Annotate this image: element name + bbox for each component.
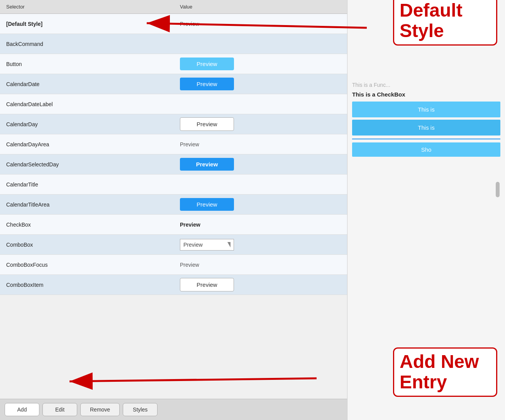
table-row[interactable]: ComboBoxItem Preview: [0, 275, 347, 295]
calendar-date-preview[interactable]: Preview: [180, 78, 234, 90]
annotation-line2: Style: [400, 21, 491, 41]
calendar-day-area-preview: Preview: [180, 141, 199, 147]
selector-cell: Button: [0, 58, 174, 70]
right-panel: Default Style Add New Entry This is a Fu…: [347, 0, 505, 420]
table-row[interactable]: CalendarSelectedDay Preview: [0, 154, 347, 174]
value-cell: Preview: [174, 54, 347, 73]
table-row[interactable]: Button Preview: [0, 54, 347, 74]
annotation-bottom-line2: Entry: [400, 372, 491, 393]
value-cell: Preview: [174, 75, 347, 93]
selector-cell: CalendarTitle: [0, 178, 174, 191]
edit-button[interactable]: Edit: [42, 403, 77, 416]
calendar-day-preview[interactable]: Preview: [180, 117, 234, 131]
selector-cell: CalendarDayArea: [0, 138, 174, 151]
combobox-arrow-icon: [227, 242, 230, 247]
annotation-bottom-line1: Add New: [400, 352, 491, 372]
add-new-entry-annotation: Add New Entry: [393, 347, 497, 397]
checkbox-label: This is a CheckBox: [352, 91, 500, 98]
func-text: This is a Func...: [352, 82, 500, 88]
selector-cell: CheckBox: [0, 218, 174, 231]
combobox-focus-preview: Preview: [180, 262, 199, 268]
selector-cell: ComboBoxItem: [0, 279, 174, 291]
toolbar: Add Edit Remove Styles: [0, 399, 347, 420]
value-cell: Preview: [174, 195, 347, 214]
value-cell: Preview: [174, 138, 347, 151]
table-header: Selector Value: [0, 0, 347, 14]
calendar-selected-day-preview[interactable]: Preview: [180, 158, 234, 171]
selector-cell: BackCommand: [0, 38, 174, 50]
table-row[interactable]: CalendarTitle: [0, 174, 347, 195]
left-panel: Selector Value [Default Style] Preview B…: [0, 0, 347, 420]
preview-text: Preview: [180, 21, 199, 27]
selector-cell: CalendarSelectedDay: [0, 158, 174, 171]
value-cell: Preview: [174, 275, 347, 295]
scrollbar-thumb[interactable]: [496, 182, 500, 197]
checkbox-preview: Preview: [180, 222, 200, 228]
value-cell: Preview: [174, 236, 347, 254]
combobox-preview[interactable]: Preview: [180, 239, 234, 251]
preview-item-3: Sho: [352, 142, 500, 157]
selector-cell: ComboBoxFocus: [0, 259, 174, 271]
selector-column-header: Selector: [0, 2, 174, 11]
value-cell: Preview: [174, 218, 347, 231]
value-column-header: Value: [174, 2, 347, 11]
table-row[interactable]: CalendarDay Preview: [0, 114, 347, 134]
selector-cell: CalendarTitleArea: [0, 198, 174, 211]
value-cell: [174, 101, 347, 107]
value-cell: Preview: [174, 259, 347, 271]
value-cell: Preview: [174, 114, 347, 134]
calendar-title-area-preview[interactable]: Preview: [180, 198, 234, 211]
default-style-annotation: Default Style: [393, 0, 497, 46]
annotation-line1: Default: [400, 0, 491, 21]
table-row[interactable]: CalendarDate Preview: [0, 74, 347, 94]
table-row[interactable]: CalendarDateLabel: [0, 94, 347, 114]
table-row[interactable]: ComboBoxFocus Preview: [0, 255, 347, 275]
preview-item-1: This is: [352, 102, 500, 117]
value-cell: [174, 181, 347, 188]
table-row[interactable]: [Default Style] Preview: [0, 14, 347, 34]
preview-item-1-text: This is: [418, 106, 434, 113]
value-cell: [174, 41, 347, 47]
button-preview[interactable]: Preview: [180, 58, 234, 70]
table-row[interactable]: CalendarDayArea Preview: [0, 134, 347, 154]
divider: [352, 139, 500, 139]
combobox-item-preview[interactable]: Preview: [180, 278, 234, 291]
preview-item-2: This is: [352, 120, 500, 135]
table-row[interactable]: BackCommand: [0, 34, 347, 54]
preview-item-3-text: Sho: [421, 146, 432, 153]
selector-cell: [Default Style]: [0, 18, 174, 30]
value-cell: Preview: [174, 18, 347, 30]
selector-cell: CalendarDate: [0, 78, 174, 90]
selector-cell: CalendarDateLabel: [0, 98, 174, 110]
add-button[interactable]: Add: [5, 403, 39, 416]
selector-cell: ComboBox: [0, 239, 174, 251]
selector-cell: CalendarDay: [0, 118, 174, 130]
styles-button[interactable]: Styles: [123, 403, 158, 416]
table-row[interactable]: CheckBox Preview: [0, 215, 347, 235]
table-row[interactable]: CalendarTitleArea Preview: [0, 195, 347, 215]
combobox-text: Preview: [183, 242, 203, 248]
main-container: Selector Value [Default Style] Preview B…: [0, 0, 505, 420]
style-table: [Default Style] Preview BackCommand Butt…: [0, 14, 347, 399]
table-row[interactable]: ComboBox Preview: [0, 235, 347, 255]
remove-button[interactable]: Remove: [80, 403, 120, 416]
value-cell: Preview: [174, 155, 347, 174]
preview-item-2-text: This is: [418, 124, 434, 131]
